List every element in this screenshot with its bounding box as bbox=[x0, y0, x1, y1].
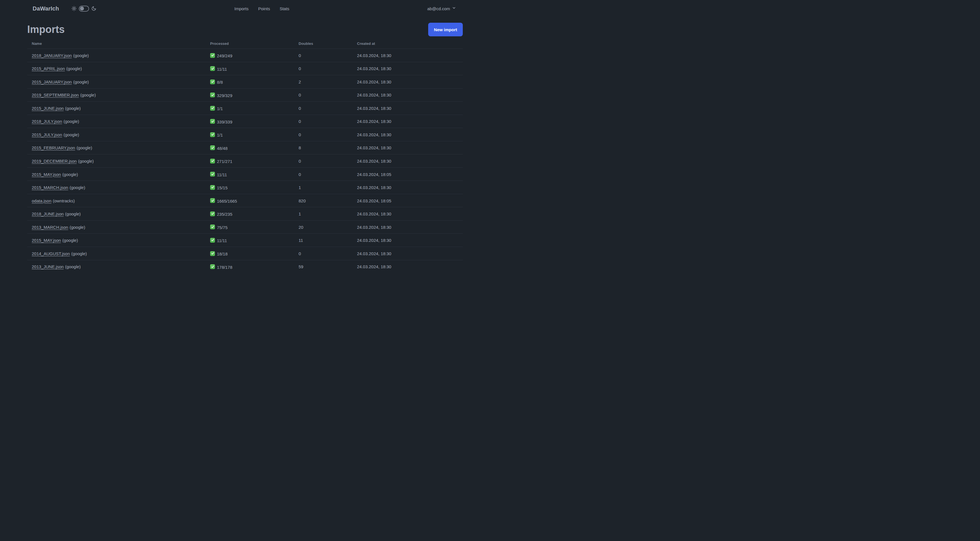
processed-cell: 235/235 bbox=[205, 207, 294, 220]
table-row: 2015_APRIL.json(google) 11/11 0 24.03.20… bbox=[27, 62, 463, 75]
processed-count: 18/18 bbox=[217, 252, 228, 256]
doubles-cell: 0 bbox=[294, 102, 352, 115]
doubles-cell: 1 bbox=[294, 207, 352, 220]
import-file-link[interactable]: 2015_JANUARY.json bbox=[32, 80, 72, 84]
table-row: 2013_JUNE.json(google) 178/178 59 24.03.… bbox=[27, 260, 463, 270]
processed-count: 235/235 bbox=[217, 212, 232, 217]
processed-cell: 15/15 bbox=[205, 181, 294, 194]
success-check-icon bbox=[210, 264, 215, 269]
processed-cell: 48/48 bbox=[205, 141, 294, 155]
navbar-left: DaWarIch bbox=[33, 5, 96, 12]
imports-table-body: 2018_JANUARY.json(google) 249/249 0 24.0… bbox=[27, 49, 463, 271]
import-file-link[interactable]: 2013_MARCH.json bbox=[32, 225, 68, 230]
main-content: Imports New import Name Processed Double… bbox=[27, 23, 463, 270]
import-file-link[interactable]: 2015_MAY.json bbox=[32, 238, 61, 243]
table-row: 2015_MAY.json(google) 11/11 0 24.03.2024… bbox=[27, 168, 463, 181]
import-file-link[interactable]: 2015_FEBRUARY.json bbox=[32, 145, 75, 150]
navbar-links: Imports Points Stats bbox=[96, 6, 427, 11]
account-menu[interactable]: ab@cd.com bbox=[427, 6, 456, 11]
column-header-doubles: Doubles bbox=[294, 39, 352, 49]
doubles-cell: 0 bbox=[294, 155, 352, 168]
import-file-link[interactable]: 2019_DECEMBER.json bbox=[32, 159, 76, 163]
processed-cell: 8/8 bbox=[205, 75, 294, 89]
table-row: 2015_JANUARY.json(google) 8/8 2 24.03.20… bbox=[27, 75, 463, 89]
import-file-link[interactable]: 2015_MAY.json bbox=[32, 172, 61, 177]
import-source-label: (google) bbox=[73, 53, 89, 58]
sun-icon bbox=[72, 6, 76, 11]
chevron-down-icon bbox=[452, 6, 456, 11]
created-at-cell: 24.03.2024, 18:30 bbox=[352, 88, 463, 102]
name-cell: 2015_JUNE.json(google) bbox=[27, 102, 205, 115]
import-source-label: (google) bbox=[62, 172, 78, 177]
created-at-cell: 24.03.2024, 18:30 bbox=[352, 260, 463, 270]
nav-link-points[interactable]: Points bbox=[258, 6, 270, 11]
theme-toggle-switch[interactable] bbox=[79, 6, 89, 12]
name-cell: 2015_JULY.json(google) bbox=[27, 128, 205, 141]
import-source-label: (google) bbox=[65, 264, 81, 269]
nav-link-imports[interactable]: Imports bbox=[234, 6, 248, 11]
processed-count: 1/1 bbox=[217, 132, 223, 137]
processed-cell: 11/11 bbox=[205, 234, 294, 247]
name-cell: 2018_JANUARY.json(google) bbox=[27, 49, 205, 62]
import-file-link[interactable]: 2018_JULY.json bbox=[32, 119, 62, 124]
name-cell: 2018_JUNE.json(google) bbox=[27, 207, 205, 220]
created-at-cell: 24.03.2024, 18:30 bbox=[352, 181, 463, 194]
name-cell: 2015_FEBRUARY.json(google) bbox=[27, 141, 205, 155]
created-at-cell: 24.03.2024, 18:30 bbox=[352, 234, 463, 247]
import-source-label: (google) bbox=[71, 251, 87, 256]
processed-cell: 75/75 bbox=[205, 220, 294, 234]
column-header-created-at: Created at bbox=[352, 39, 463, 49]
name-cell: 2014_AUGUST.json(google) bbox=[27, 247, 205, 260]
app-logo[interactable]: DaWarIch bbox=[33, 5, 59, 12]
import-file-link[interactable]: 2015_JUNE.json bbox=[32, 106, 64, 111]
import-file-link[interactable]: 2014_AUGUST.json bbox=[32, 251, 70, 256]
processed-cell: 249/249 bbox=[205, 49, 294, 62]
import-file-link[interactable]: 2013_JUNE.json bbox=[32, 264, 64, 269]
processed-cell: 178/178 bbox=[205, 260, 294, 270]
created-at-cell: 24.03.2024, 18:05 bbox=[352, 194, 463, 207]
import-file-link[interactable]: 2015_APRIL.json bbox=[32, 66, 65, 71]
import-file-link[interactable]: 2018_JANUARY.json bbox=[32, 53, 72, 58]
processed-cell: 1665/1665 bbox=[205, 194, 294, 207]
processed-cell: 271/271 bbox=[205, 155, 294, 168]
column-header-processed: Processed bbox=[205, 39, 294, 49]
import-file-link[interactable]: 2015_MARCH.json bbox=[32, 185, 68, 190]
table-header-row: Name Processed Doubles Created at bbox=[27, 39, 463, 49]
page-title: Imports bbox=[27, 23, 65, 36]
nav-link-stats[interactable]: Stats bbox=[280, 6, 289, 11]
created-at-cell: 24.03.2024, 18:30 bbox=[352, 207, 463, 220]
table-row: 2015_JULY.json(google) 1/1 0 24.03.2024,… bbox=[27, 128, 463, 141]
table-row: 2018_JULY.json(google) 339/339 0 24.03.2… bbox=[27, 115, 463, 128]
success-check-icon bbox=[210, 251, 215, 256]
import-file-link[interactable]: 2015_JULY.json bbox=[32, 132, 62, 137]
import-file-link[interactable]: odata.json bbox=[32, 198, 51, 203]
import-file-link[interactable]: 2019_SEPTEMBER.json bbox=[32, 93, 79, 97]
processed-count: 339/339 bbox=[217, 119, 232, 124]
created-at-cell: 24.03.2024, 18:30 bbox=[352, 141, 463, 155]
success-check-icon bbox=[210, 80, 215, 84]
success-check-icon bbox=[210, 53, 215, 58]
created-at-cell: 24.03.2024, 18:30 bbox=[352, 62, 463, 75]
doubles-cell: 1 bbox=[294, 181, 352, 194]
import-source-label: (google) bbox=[80, 93, 96, 97]
new-import-button[interactable]: New import bbox=[428, 23, 463, 36]
success-check-icon bbox=[210, 185, 215, 190]
doubles-cell: 59 bbox=[294, 260, 352, 270]
name-cell: 2019_SEPTEMBER.json(google) bbox=[27, 88, 205, 102]
success-check-icon bbox=[210, 225, 215, 229]
name-cell: odata.json(owntracks) bbox=[27, 194, 205, 207]
table-row: 2015_JUNE.json(google) 1/1 0 24.03.2024,… bbox=[27, 102, 463, 115]
success-check-icon bbox=[210, 66, 215, 71]
name-cell: 2015_JANUARY.json(google) bbox=[27, 75, 205, 89]
import-source-label: (google) bbox=[62, 238, 78, 243]
name-cell: 2018_JULY.json(google) bbox=[27, 115, 205, 128]
success-check-icon bbox=[210, 211, 215, 216]
success-check-icon bbox=[210, 106, 215, 111]
import-source-label: (google) bbox=[66, 66, 82, 71]
name-cell: 2015_MAY.json(google) bbox=[27, 168, 205, 181]
import-source-label: (google) bbox=[64, 119, 79, 124]
table-row: 2015_MARCH.json(google) 15/15 1 24.03.20… bbox=[27, 181, 463, 194]
import-source-label: (google) bbox=[70, 225, 85, 230]
import-file-link[interactable]: 2018_JUNE.json bbox=[32, 211, 64, 216]
created-at-cell: 24.03.2024, 18:30 bbox=[352, 49, 463, 62]
